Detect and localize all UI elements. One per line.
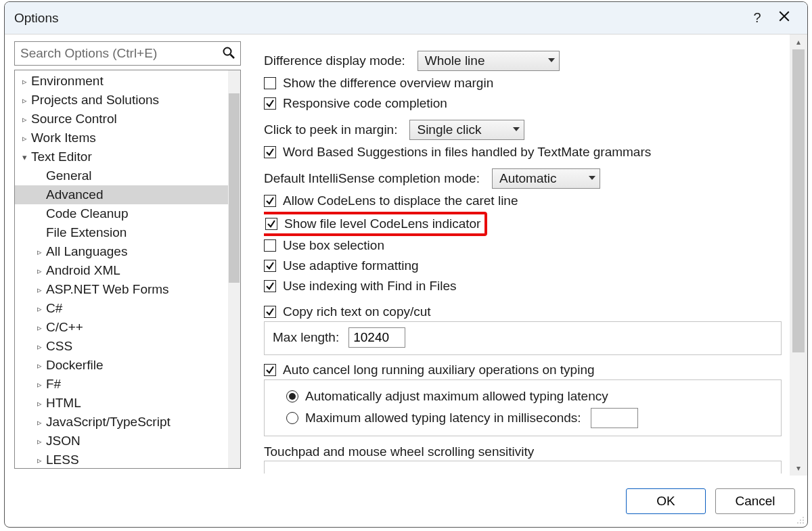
checkbox-responsive-code-completion[interactable]: Responsive code completion <box>264 94 782 113</box>
svg-point-0 <box>224 48 231 55</box>
scroll-down-icon[interactable]: ▾ <box>790 461 807 476</box>
help-button[interactable]: ? <box>744 10 771 26</box>
tree-expand-icon[interactable]: ▹ <box>34 247 45 257</box>
tree-expand-icon[interactable]: ▹ <box>34 323 45 333</box>
window-title: Options <box>14 11 744 26</box>
tree-node-label: General <box>46 168 92 183</box>
tree-node[interactable]: ▹F# <box>15 375 240 394</box>
tree-expand-icon[interactable]: ▹ <box>34 266 45 276</box>
label-click-to-peek: Click to peek in margin: <box>264 122 397 137</box>
tree-node-label: All Languages <box>46 244 127 259</box>
tree-expand-icon[interactable]: ▹ <box>34 398 45 409</box>
close-button[interactable] <box>771 10 798 26</box>
checkbox-use-indexing-find-in-files[interactable]: Use indexing with Find in Files <box>264 277 782 296</box>
titlebar: Options ? <box>5 2 807 34</box>
dropdown-value: Automatic <box>499 171 556 186</box>
tree-expand-icon[interactable]: ▹ <box>34 455 45 465</box>
dropdown-diff-display-mode[interactable]: Whole line <box>418 51 560 71</box>
tree-expand-icon[interactable]: ▹ <box>34 379 45 390</box>
label-touchpad-sensitivity: Touchpad and mouse wheel scrolling sensi… <box>264 444 534 459</box>
checkbox-use-adaptive-formatting[interactable]: Use adaptive formatting <box>264 256 782 275</box>
radio-max-latency-ms[interactable]: Maximum allowed typing latency in millis… <box>286 407 774 429</box>
tree-scrollbar[interactable] <box>228 70 240 468</box>
right-panel: Difference display mode: Whole line Show… <box>244 34 807 476</box>
tree-node[interactable]: ▹Dockerfile <box>15 356 240 375</box>
tree-node[interactable]: ▹JSON <box>15 432 240 451</box>
dropdown-value: Whole line <box>425 53 485 68</box>
svg-line-1 <box>231 55 235 59</box>
svg-point-4 <box>803 520 804 521</box>
tree-node[interactable]: ▹Advanced <box>15 185 240 204</box>
tree-node[interactable]: ▹All Languages <box>15 242 240 261</box>
tree-node[interactable]: ▹Work Items <box>15 129 240 147</box>
tree-expand-icon[interactable]: ▹ <box>34 417 45 428</box>
tree-collapse-icon[interactable]: ▾ <box>19 152 30 162</box>
tree-node[interactable]: ▹Source Control <box>15 110 240 129</box>
svg-point-6 <box>800 522 801 524</box>
tree-node[interactable]: ▹C# <box>15 299 240 318</box>
checkbox-use-box-selection[interactable]: Use box selection <box>264 236 782 255</box>
tree-node[interactable]: ▾Text Editor <box>15 147 240 166</box>
tree-expand-icon[interactable]: ▹ <box>34 342 45 352</box>
tree-node[interactable]: ▹HTML <box>15 394 240 413</box>
tree-node[interactable]: ▹ASP.NET Web Forms <box>15 280 240 299</box>
ok-button[interactable]: OK <box>626 488 706 514</box>
tree-node-label: Projects and Solutions <box>31 93 159 108</box>
group-touchpad-sensitivity <box>264 461 782 474</box>
tree-node[interactable]: ▹Code Cleanup <box>15 204 240 223</box>
settings-content: Difference display mode: Whole line Show… <box>264 51 782 476</box>
tree-expand-icon[interactable]: ▹ <box>19 95 30 106</box>
tree-node-label: File Extension <box>46 225 127 240</box>
close-icon <box>778 10 790 22</box>
search-input[interactable] <box>14 41 241 66</box>
tree-node[interactable]: ▹General <box>15 166 240 185</box>
cancel-button[interactable]: Cancel <box>715 488 795 514</box>
input-max-length[interactable] <box>348 327 405 348</box>
tree-node[interactable]: ▹File Extension <box>15 223 240 242</box>
resize-grip-icon[interactable] <box>795 515 806 526</box>
tree-node[interactable]: ▹Android XML <box>15 261 240 280</box>
tree-expand-icon[interactable]: ▹ <box>34 304 45 314</box>
tree-node-label: Text Editor <box>31 149 92 164</box>
options-dialog: Options ? ▹Environment▹Projects and Solu… <box>4 1 808 528</box>
dialog-footer: OK Cancel <box>5 476 807 527</box>
tree-node-label: CSS <box>46 339 72 354</box>
checkbox-allow-codelens-displace[interactable]: Allow CodeLens to displace the caret lin… <box>264 191 782 210</box>
tree-node[interactable]: ▹JavaScript/TypeScript <box>15 413 240 432</box>
tree-expand-icon[interactable]: ▹ <box>34 436 45 446</box>
tree-expand-icon[interactable]: ▹ <box>34 285 45 295</box>
tree-node-label: F# <box>46 377 61 392</box>
tree-node[interactable]: ▹LESS <box>15 451 240 469</box>
tree-node-label: Environment <box>31 74 104 89</box>
checkbox-show-file-level-codelens[interactable]: Show file level CodeLens indicator <box>265 214 480 233</box>
checkbox-show-diff-overview-margin[interactable]: Show the difference overview margin <box>264 74 782 93</box>
tree-node[interactable]: ▹Environment <box>15 72 240 91</box>
scroll-up-icon[interactable]: ▴ <box>790 34 807 49</box>
tree-expand-icon[interactable]: ▹ <box>19 114 30 124</box>
radio-auto-adjust-latency[interactable]: Automatically adjust maximum allowed typ… <box>286 386 774 407</box>
checkbox-word-based-suggestions[interactable]: Word Based Suggestions in files handled … <box>264 143 782 162</box>
tree-node-label: HTML <box>46 396 81 411</box>
dropdown-value: Single click <box>417 122 481 137</box>
search-wrap <box>14 41 241 66</box>
tree-node-label: C# <box>46 301 62 316</box>
label-max-length: Max length: <box>273 330 339 345</box>
tree-node[interactable]: ▹Projects and Solutions <box>15 91 240 110</box>
dropdown-click-to-peek[interactable]: Single click <box>409 120 524 140</box>
tree-node-label: Code Cleanup <box>46 206 128 221</box>
category-tree[interactable]: ▹Environment▹Projects and Solutions▹Sour… <box>14 70 241 469</box>
tree-node[interactable]: ▹CSS <box>15 337 240 356</box>
tree-expand-icon[interactable]: ▹ <box>34 361 45 371</box>
tree-node-label: Source Control <box>31 112 117 126</box>
checkbox-auto-cancel-aux-ops[interactable]: Auto cancel long running auxiliary opera… <box>264 361 782 379</box>
label-diff-display-mode: Difference display mode: <box>264 53 405 68</box>
input-max-latency-ms[interactable] <box>591 408 638 428</box>
tree-expand-icon[interactable]: ▹ <box>19 76 30 87</box>
dropdown-intellisense-mode[interactable]: Automatic <box>492 168 600 189</box>
tree-expand-icon[interactable]: ▹ <box>19 133 30 143</box>
tree-node-label: JSON <box>46 434 81 448</box>
tree-node[interactable]: ▹C/C++ <box>15 318 240 337</box>
right-scrollbar[interactable]: ▴ ▾ <box>790 34 807 476</box>
highlight-box: Show file level CodeLens indicator <box>264 212 487 236</box>
checkbox-copy-rich-text[interactable]: Copy rich text on copy/cut <box>264 302 782 321</box>
